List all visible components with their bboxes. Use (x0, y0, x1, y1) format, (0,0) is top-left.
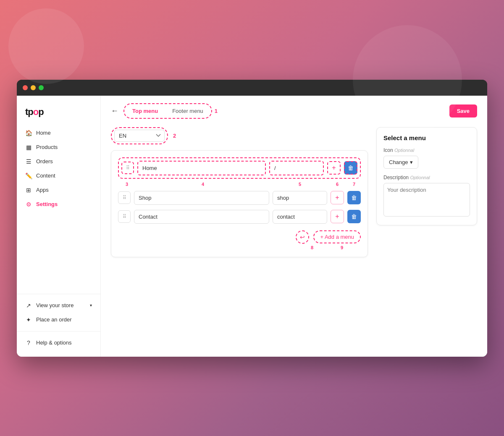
change-icon-button[interactable]: Change ▾ (383, 156, 418, 169)
traffic-lights (23, 85, 44, 90)
app-window: tpop 🏠 Home ▦ Products ☰ Orders ✏️ Conte… (17, 80, 487, 357)
description-textarea[interactable] (383, 183, 470, 217)
logo: tpop (17, 100, 100, 126)
tab-footer-menu[interactable]: Footer menu (165, 105, 210, 117)
add-submenu-contact[interactable]: + (331, 210, 344, 223)
maximize-button[interactable] (39, 85, 44, 90)
menu-row-shop: ⠿ + 🗑 (118, 191, 361, 205)
right-panel: Select a menu Icon Optionnal Change ▾ De… (376, 127, 477, 348)
icon-optional: Optionnal (394, 148, 414, 153)
label-4: 4 (202, 182, 204, 187)
drag-handle-shop[interactable]: ⠿ (118, 191, 131, 204)
sidebar-label-view-store: View your store (36, 302, 74, 308)
desc-optional: Optionnal (410, 175, 430, 180)
add-row-labels: 8 9 (118, 245, 361, 250)
sidebar-label-place-order: Place an order (36, 316, 72, 323)
cart-icon: ✦ (25, 316, 32, 323)
change-icon-label: Change (389, 159, 408, 165)
row-labels-home: 3 4 5 6 (118, 180, 361, 188)
add-menu-button[interactable]: + Add a menu (313, 230, 361, 243)
help-icon: ? (25, 339, 32, 346)
tab-top-menu[interactable]: Top menu (126, 105, 165, 117)
menu-row-home: ⠿ + 🗑 (121, 161, 357, 175)
main-header: ← Top menu Footer menu 1 Save (101, 96, 487, 119)
sidebar-label-help: Help & options (36, 339, 72, 346)
minimize-button[interactable] (31, 85, 36, 90)
sidebar-item-view-store[interactable]: ↗ View your store ▾ (17, 298, 100, 313)
tabs-container: Top menu Footer menu (123, 103, 212, 119)
sidebar-bottom: ↗ View your store ▾ ✦ Place an order ? H… (17, 290, 100, 357)
sidebar-item-place-order[interactable]: ✦ Place an order (17, 313, 100, 327)
lang-badge: 2 (173, 133, 176, 139)
main-area: ← Top menu Footer menu 1 Save (101, 96, 487, 357)
select-menu-card: Select a menu Icon Optionnal Change ▾ De… (376, 127, 477, 225)
menu-path-contact[interactable] (273, 210, 327, 224)
sidebar-label-products: Products (36, 144, 58, 150)
apps-icon: ⊞ (25, 187, 32, 193)
label-3: 3 (126, 182, 128, 187)
sidebar-label-apps: Apps (36, 187, 49, 193)
menu-name-contact[interactable] (134, 210, 269, 224)
back-button[interactable]: ← (111, 107, 118, 115)
app-content: tpop 🏠 Home ▦ Products ☰ Orders ✏️ Conte… (17, 96, 487, 357)
delete-home[interactable]: 🗑 (344, 161, 357, 175)
label-8: 8 (305, 245, 319, 250)
sidebar-label-settings: Settings (36, 201, 58, 207)
external-link-icon: ↗ (25, 302, 32, 309)
sidebar-item-orders[interactable]: ☰ Orders (17, 154, 100, 169)
sidebar-item-apps[interactable]: ⊞ Apps (17, 183, 100, 197)
label-7: 7 (353, 182, 355, 187)
language-select[interactable]: EN FR DE ES (114, 130, 165, 142)
menu-panel: ⠿ + 🗑 3 (111, 150, 368, 257)
undo-button[interactable]: ↩ (296, 230, 309, 244)
title-bar (17, 80, 487, 96)
menu-name-shop[interactable] (134, 191, 269, 205)
drag-handle-home[interactable]: ⠿ (121, 162, 134, 174)
close-button[interactable] (23, 85, 28, 90)
main-scroll: EN FR DE ES 2 (101, 119, 487, 357)
menu-path-shop[interactable] (273, 191, 327, 205)
description-field-label: Description Optionnal (383, 175, 470, 180)
orders-icon: ☰ (25, 158, 32, 165)
sidebar: tpop 🏠 Home ▦ Products ☰ Orders ✏️ Conte… (17, 96, 101, 357)
header-left: ← Top menu Footer menu 1 (111, 103, 218, 119)
sidebar-label-orders: Orders (36, 158, 53, 164)
sidebar-item-help[interactable]: ? Help & options (17, 336, 100, 350)
sidebar-label-content: Content (36, 172, 55, 179)
label-6: 6 (336, 182, 339, 187)
save-button[interactable]: Save (449, 104, 477, 117)
logo-accent: o (33, 107, 38, 117)
icon-field-label: Icon Optionnal (383, 147, 470, 153)
settings-icon: ⚙ (25, 201, 32, 208)
sidebar-item-products[interactable]: ▦ Products (17, 140, 100, 154)
content-icon: ✏️ (25, 172, 32, 179)
delete-contact[interactable]: 🗑 (347, 210, 361, 223)
drag-icon-shop: ⠿ (123, 195, 126, 201)
menu-row-home-highlight: ⠿ + 🗑 (118, 157, 361, 179)
menu-name-home[interactable] (137, 161, 266, 175)
drag-icon-home: ⠿ (126, 165, 130, 171)
delete-shop[interactable]: 🗑 (347, 191, 361, 204)
sidebar-label-home: Home (36, 130, 51, 136)
sidebar-item-settings[interactable]: ⚙ Settings (17, 197, 100, 211)
lang-row: EN FR DE ES 2 (111, 127, 368, 144)
add-menu-section: ↩ + Add a menu 8 9 (118, 230, 361, 250)
menu-path-home[interactable] (269, 161, 324, 175)
add-menu-row: ↩ + Add a menu (118, 230, 361, 244)
products-icon: ▦ (25, 144, 32, 151)
left-panel: EN FR DE ES 2 (111, 127, 368, 348)
label-9: 9 (323, 245, 361, 250)
sidebar-nav: 🏠 Home ▦ Products ☰ Orders ✏️ Content ⊞ (17, 126, 100, 211)
menu-row-home-wrapper: ⠿ + 🗑 3 (118, 157, 361, 188)
menu-row-contact: ⠿ + 🗑 (118, 210, 361, 224)
drag-handle-contact[interactable]: ⠿ (118, 210, 131, 223)
home-icon: 🏠 (25, 130, 32, 136)
change-icon-chevron: ▾ (410, 159, 413, 165)
sidebar-item-home[interactable]: 🏠 Home (17, 126, 100, 140)
sidebar-item-content[interactable]: ✏️ Content (17, 169, 100, 183)
tabs-badge: 1 (215, 108, 218, 114)
add-submenu-shop[interactable]: + (331, 191, 344, 204)
add-submenu-home[interactable]: + (327, 161, 341, 175)
chevron-icon: ▾ (90, 303, 92, 308)
label-5: 5 (299, 182, 301, 187)
